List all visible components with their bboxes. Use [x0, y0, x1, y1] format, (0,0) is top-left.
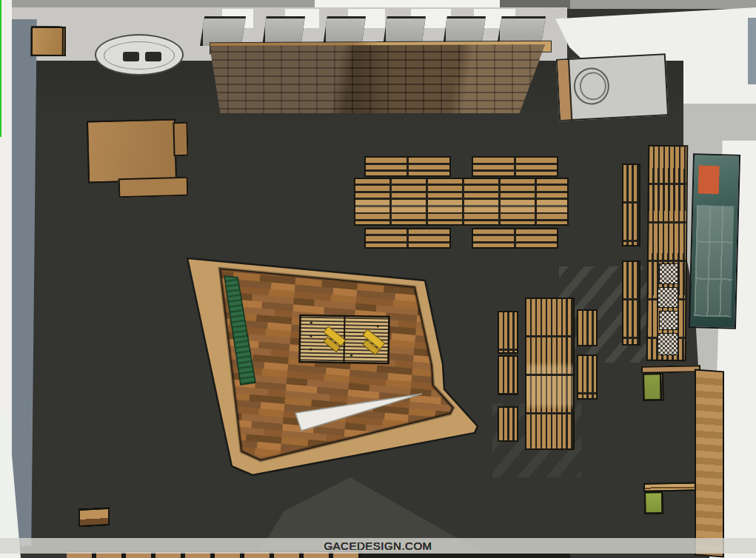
green-axis-line: [0, 0, 1, 137]
slat-bench: [577, 354, 598, 400]
slat-bench: [622, 164, 640, 246]
reception-desk: [87, 118, 177, 183]
chair: [123, 52, 139, 61]
slat-bench: [364, 156, 451, 177]
slat-bench: [577, 309, 598, 346]
slat-bench: [622, 260, 640, 346]
woven-basket: [659, 311, 678, 330]
woven-basket: [659, 263, 678, 284]
ac-unit: [556, 53, 669, 121]
poster-orange-square: [698, 165, 720, 194]
angular-wood-platform: [174, 241, 492, 485]
slat-bench: [498, 406, 518, 442]
reception-desk-notch: [173, 122, 188, 157]
shelf-cell: [644, 491, 663, 514]
slat-bench: [472, 156, 558, 177]
slat-bench: [498, 311, 518, 354]
product-display-table: [299, 315, 389, 363]
watermark-text: GACEDESIGN.COM: [324, 539, 432, 552]
slat-bench: [498, 355, 518, 395]
poster-image-grid: [694, 205, 734, 317]
reception-desk-return: [118, 177, 189, 198]
cabinet-wood-side: [695, 369, 724, 558]
room-render: GACEDESIGN.COM GACEDESIGN.COM GACEDESIGN…: [0, 0, 756, 558]
watermark-band: GACEDESIGN.COM GACEDESIGN.COM GACEDESIGN…: [0, 538, 756, 554]
slat-table-large: [354, 178, 569, 226]
cabinet-mid-strip: [643, 482, 701, 491]
oval-table-edge: [104, 41, 175, 70]
woven-basket: [658, 287, 678, 308]
shelf-cell: [78, 508, 110, 527]
ac-unit-wood-side: [558, 60, 572, 120]
right-wall-sliver: [748, 18, 756, 84]
oval-table: [95, 34, 184, 75]
shelf-cell: [643, 373, 661, 400]
wall-poster: [689, 153, 740, 329]
chair: [145, 52, 161, 61]
shelf-cell: [31, 27, 64, 56]
cabinet-top-strip: [641, 365, 700, 373]
slat-table-large: [525, 298, 575, 450]
wood-lattice-panel: [210, 43, 546, 114]
woven-basket: [658, 333, 678, 355]
